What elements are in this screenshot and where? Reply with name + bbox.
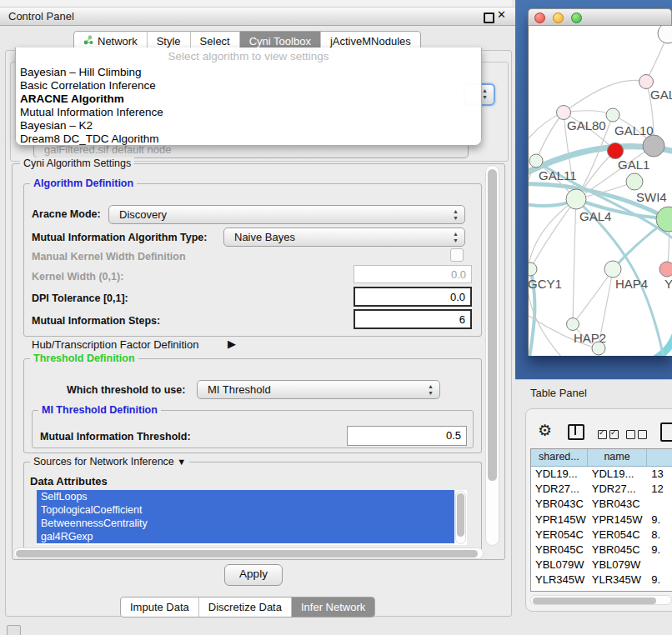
algorithm-dropdown-list: Select algorithm to view settings Bayesi… [15, 48, 482, 146]
kernel-width-field: 0.0 [354, 265, 472, 283]
table-row[interactable]: YBR043CYBR043C [531, 497, 672, 512]
document-icon[interactable] [660, 422, 672, 442]
minimize-window-icon[interactable] [553, 12, 564, 23]
float-panel-icon[interactable] [484, 12, 494, 23]
node-gal1[interactable] [608, 143, 624, 159]
table-row[interactable]: YLR345WYLR345W9. [531, 572, 672, 588]
control-panel-titlebar: Control Panel ✕ [0, 7, 517, 26]
network-edge[interactable] [573, 269, 613, 324]
table-cell: YPR145W [531, 512, 588, 528]
sources-box-title: Sources for Network Inference ▼ [30, 456, 189, 468]
network-canvas[interactable]: GALGAL80GAL10GAL1GAL11SWI4GAL4GCY1HAP4YH… [528, 26, 672, 356]
deselect-all-checkboxes-icon[interactable] [626, 428, 649, 442]
attribute-item-betweennesscentrality[interactable]: BetweennessCentrality [37, 517, 454, 530]
table-column-header[interactable]: name [588, 449, 647, 466]
combo-spinner-icon: ▲▼ [452, 208, 459, 222]
node-gal10-label: GAL10 [614, 123, 654, 138]
algorithm-option[interactable]: ARACNE Algorithm [16, 92, 481, 106]
node-gal4[interactable] [566, 189, 586, 209]
node-gal-cut[interactable] [639, 75, 654, 89]
combo-spinner-icon: ▲▼ [452, 231, 459, 244]
node-gcy1[interactable] [529, 262, 537, 276]
table-cell [647, 558, 672, 572]
table-row[interactable]: YBR045CYBR045C9. [531, 542, 672, 558]
node-gal80[interactable] [557, 106, 571, 120]
which-threshold-combo[interactable]: MI Threshold ▲▼ [197, 380, 440, 399]
tab-impute-data[interactable]: Impute Data [121, 598, 198, 617]
algorithm-definition-title: Algorithm Definition [30, 178, 137, 189]
expand-arrow-icon[interactable]: ▶ [228, 338, 236, 350]
sources-title-text: Sources for Network Inference [33, 456, 174, 468]
mi-steps-field[interactable]: 6 [354, 309, 472, 329]
minimized-panel-icon[interactable] [7, 625, 21, 635]
select-all-checkboxes-icon[interactable] [598, 428, 621, 442]
node-gal-cut-label: GAL [650, 88, 672, 102]
manual-kernel-label: Manual Kernel Width Definition [32, 251, 186, 262]
app-root: { "window": { "title": "Control Panel" }… [0, 0, 672, 635]
close-window-icon[interactable] [534, 12, 545, 23]
algorithm-option[interactable]: Basic Correlation Inference [16, 79, 481, 92]
table-hscrollbar-thumb[interactable] [533, 598, 656, 604]
network-window-titlebar[interactable] [528, 8, 672, 26]
close-panel-icon[interactable]: ✕ [497, 8, 506, 21]
dpi-tolerance-field[interactable]: 0.0 [354, 287, 472, 307]
manual-kernel-checkbox [450, 248, 464, 262]
algorithm-option[interactable]: Bayesian – K2 [16, 119, 481, 132]
node-pink-right[interactable] [659, 262, 672, 277]
algorithm-option[interactable]: Mutual Information Inference [16, 106, 481, 119]
node-cut-top[interactable] [658, 26, 672, 43]
column-view-icon[interactable] [568, 424, 584, 440]
zoom-window-icon[interactable] [571, 12, 582, 23]
mi-threshold-field[interactable]: 0.5 [347, 426, 467, 446]
mi-type-combo[interactable]: Naive Bayes ▲▼ [223, 228, 465, 247]
settings-hscrollbar-thumb[interactable] [16, 550, 478, 558]
algorithm-option[interactable]: Dream8 DC_TDC Algorithm [16, 132, 481, 146]
node-swi4[interactable] [626, 173, 643, 190]
network-edge[interactable] [573, 199, 576, 324]
table-cell: YER054C [531, 528, 588, 542]
combo-spinner-icon: ▲▼ [427, 383, 434, 397]
node-gal11[interactable] [529, 154, 543, 168]
hub-definition-label[interactable]: Hub/Transcription Factor Definition [32, 338, 198, 351]
network-edge[interactable] [530, 199, 576, 269]
network-view-window[interactable]: GALGAL80GAL10GAL1GAL11SWI4GAL4GCY1HAP4YH… [528, 8, 672, 356]
node-gal10[interactable] [606, 108, 619, 122]
attribute-item-gal4rgexp[interactable]: gal4RGexp [37, 530, 454, 543]
tab-label: Select [200, 35, 230, 48]
algorithm-option[interactable]: Bayesian – Hill Climbing [16, 66, 481, 79]
table-row[interactable]: YPR145WYPR145W9. [531, 512, 672, 528]
table-column-header[interactable]: shared... [531, 449, 588, 466]
tab-infer-network[interactable]: Infer Network [291, 598, 374, 617]
network-edge[interactable] [564, 80, 646, 112]
apply-button[interactable]: Apply [224, 564, 283, 586]
attributes-scrollbar-track[interactable] [455, 491, 466, 544]
tab-discretize-data[interactable]: Discretize Data [198, 598, 291, 617]
table-row[interactable]: YER054CYER054C8. [531, 528, 672, 542]
table-row[interactable]: YBL079WYBL079W [531, 558, 672, 572]
attribute-item-topologicalcoefficient[interactable]: TopologicalCoefficient [37, 503, 454, 517]
aracne-mode-combo[interactable]: Discovery ▲▼ [108, 205, 465, 224]
attribute-item-selfloops[interactable]: SelfLoops [37, 490, 454, 503]
node-hap4[interactable] [604, 261, 621, 278]
settings-hscrollbar-track[interactable] [13, 548, 484, 559]
node-gray[interactable] [643, 135, 664, 157]
data-attributes-list[interactable]: SelfLoopsTopologicalCoefficientBetweenne… [37, 490, 467, 545]
attributes-scrollbar-thumb[interactable] [457, 493, 464, 537]
table-row[interactable]: YDL19...YDL19...13 [531, 467, 672, 482]
node-table[interactable]: shared...name YDL19...YDL19...13YDR27...… [530, 448, 672, 592]
table-row[interactable]: YIL052CYIL052C9 [531, 588, 672, 592]
node-hap2[interactable] [567, 318, 579, 331]
settings-vscrollbar-track[interactable] [485, 165, 499, 546]
settings-vscrollbar-thumb[interactable] [488, 169, 497, 481]
tab-label: jActiveMNodules [330, 35, 411, 48]
table-cell: YIL052C [531, 588, 588, 592]
collapse-arrow-icon[interactable]: ▼ [177, 457, 186, 467]
table-column-header[interactable] [647, 449, 672, 466]
node-gcy1-label: GCY1 [529, 277, 562, 291]
node-bottom[interactable] [592, 342, 605, 355]
mi-threshold-label: Mutual Information Threshold: [40, 431, 191, 442]
gear-icon[interactable]: ⚙ [538, 421, 552, 440]
table-row[interactable]: YDR27...YDR27...12 [531, 482, 672, 497]
tab-label: Network [98, 35, 138, 48]
table-hscrollbar-track[interactable] [530, 595, 672, 605]
